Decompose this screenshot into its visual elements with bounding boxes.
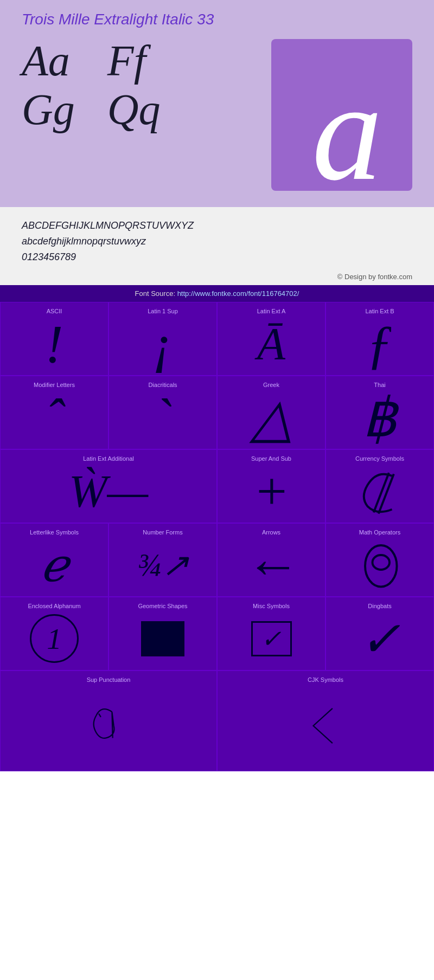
font-source-url[interactable]: http://www.fontke.com/font/116764702/	[177, 289, 299, 298]
char-block-latinextadd: Latin Ext Additional Ẁ—	[0, 449, 217, 523]
char-block-latinextb: Latin Ext B ƒ	[326, 302, 434, 376]
glyph-pairs: Aa Gg	[22, 39, 75, 131]
char-block-superandsub: Super And Sub +	[217, 449, 326, 523]
dark-section: Font Source: http://www.fontke.com/font/…	[0, 285, 434, 771]
glyph-arrows: ←	[223, 538, 320, 592]
glyph-currency	[331, 464, 428, 518]
char-block-greek: Greek △	[217, 376, 326, 449]
glyph-latinextb: ƒ	[331, 317, 428, 371]
font-title: Trois Mille Extralight Italic 33	[22, 11, 412, 28]
alphabet-digits: 0123456789	[22, 249, 412, 265]
glyph-pair-gg: Gg	[22, 88, 75, 131]
char-block-enclosed: Enclosed Alphanum 1	[0, 597, 108, 670]
font-source-label: Font Source:	[135, 289, 175, 298]
glyph-suppunct	[6, 685, 211, 766]
font-source-bar: Font Source: http://www.fontke.com/font/…	[0, 285, 434, 302]
glyph-mathops	[331, 538, 428, 592]
glyph-modifier: ˆ	[6, 390, 103, 444]
glyph-latinexta: Ā	[223, 317, 320, 371]
char-block-cjk: CJK Symbols	[217, 670, 434, 771]
char-block-latinexta: Latin Ext A Ā	[217, 302, 326, 376]
char-block-letterlike: Letterlike Symbols ℯ	[0, 523, 108, 597]
glyph-numberforms: ¾↗	[114, 538, 211, 592]
char-grid-row2: Modifier Letters ˆ Diacriticals ` Greek …	[0, 376, 434, 449]
char-block-thai: Thai ฿	[326, 376, 434, 449]
glyph-pairs-2: Ff Qq	[107, 39, 161, 131]
glyph-diacriticals: `	[114, 390, 211, 444]
char-block-latin1sup: Latin 1 Sup ¡	[108, 302, 217, 376]
geo-square	[141, 621, 184, 656]
char-block-arrows: Arrows ←	[217, 523, 326, 597]
char-block-numberforms: Number Forms ¾↗	[108, 523, 217, 597]
svg-point-3	[373, 555, 390, 570]
char-block-modifier: Modifier Letters ˆ	[0, 376, 108, 449]
char-block-misc: Misc Symbols ✓	[217, 597, 326, 670]
glyph-showcase: Aa Gg Ff Qq a	[22, 39, 412, 191]
top-section: Trois Mille Extralight Italic 33 Aa Gg F…	[0, 0, 434, 207]
char-block-diacriticals: Diacriticals `	[108, 376, 217, 449]
misc-checkbox: ✓	[251, 621, 292, 656]
char-grid-row4: Letterlike Symbols ℯ Number Forms ¾↗ Arr…	[0, 523, 434, 597]
glyph-ascii: !	[6, 317, 103, 371]
glyph-misc: ✓	[223, 611, 320, 666]
glyph-thai: ฿	[331, 390, 428, 444]
char-block-mathops: Math Operators	[326, 523, 434, 597]
glyph-geometric	[114, 611, 211, 666]
glyph-pair-ff: Ff	[107, 39, 161, 82]
glyph-greek: △	[223, 390, 320, 444]
char-block-ascii: ASCII !	[0, 302, 108, 376]
copyright: © Design by fontke.com	[0, 270, 434, 285]
char-block-geometric: Geometric Shapes	[108, 597, 217, 670]
char-block-dingbats: Dingbats ✓	[326, 597, 434, 670]
char-grid-row1: ASCII ! Latin 1 Sup ¡ Latin Ext A Ā Lati…	[0, 302, 434, 376]
large-glyph-a: a	[312, 61, 382, 191]
glyph-letterlike: ℯ	[6, 538, 103, 592]
large-glyph-background: a	[271, 39, 412, 191]
alphabet-lower: abcdefghijklmnopqrstuvwxyz	[22, 234, 412, 249]
glyph-latinextadd: Ẁ—	[6, 464, 211, 518]
char-block-suppunct: Sup Punctuation	[0, 670, 217, 771]
glyph-pair-aa: Aa	[22, 39, 75, 82]
glyph-latin1sup: ¡	[114, 317, 211, 371]
char-block-currency: Currency Symbols	[326, 449, 434, 523]
glyph-enclosed: 1	[6, 611, 103, 666]
glyph-cjk	[223, 685, 428, 766]
glyph-dingbats: ✓	[331, 611, 428, 666]
alphabet-upper: ABCDEFGHIJKLMNOPQRSTUVWXYZ	[22, 218, 412, 234]
alphabet-section: ABCDEFGHIJKLMNOPQRSTUVWXYZ abcdefghijklm…	[0, 207, 434, 270]
char-grid-row3: Latin Ext Additional Ẁ— Super And Sub + …	[0, 449, 434, 523]
glyph-superandsub: +	[223, 464, 320, 518]
char-grid-row5: Enclosed Alphanum 1 Geometric Shapes Mis…	[0, 597, 434, 670]
enclosed-circle: 1	[30, 614, 79, 663]
char-grid-row6: Sup Punctuation CJK Symbols	[0, 670, 434, 771]
svg-point-2	[365, 545, 397, 587]
glyph-pair-qq: Qq	[107, 88, 161, 131]
